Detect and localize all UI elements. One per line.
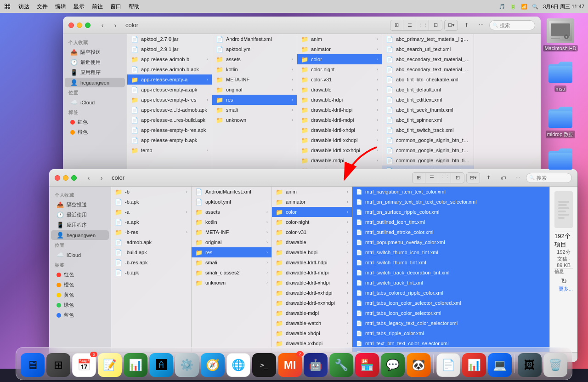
menu-go[interactable]: 前往 <box>92 3 103 11</box>
dock-vscode[interactable]: 💻 <box>488 353 512 377</box>
dock-settings[interactable]: ⚙️ <box>175 353 199 377</box>
list-item[interactable]: 📁drawable-xhdpi› <box>272 328 352 338</box>
list-item-mtrl-on-surface[interactable]: 📄mtrl_on_surface_ripple_color.xml <box>352 207 549 217</box>
list-item[interactable]: 📁original› <box>212 85 297 95</box>
dock-numbers[interactable]: 📊 <box>124 353 147 377</box>
dock-keynote[interactable]: 📊 <box>462 353 486 377</box>
list-item[interactable]: 📁animator› <box>272 197 352 207</box>
list-item[interactable]: 📄app-release-e...ld-admob.apk <box>127 105 212 115</box>
list-item[interactable]: 📄-build.apk <box>111 247 191 257</box>
list-item[interactable]: 📄apktool.yml <box>212 44 297 54</box>
column-view-btn[interactable]: ⋮⋮ <box>416 20 429 30</box>
list-item-res-selected[interactable]: 📁res› <box>192 247 271 257</box>
list-item[interactable]: 📁META-INF› <box>212 74 297 85</box>
list-item[interactable]: 📁temp› <box>127 145 212 155</box>
list-item-selected[interactable]: 📁app-release-empty-a› <box>127 74 212 85</box>
gallery-view-btn[interactable]: ⊡ <box>429 20 442 30</box>
list-item[interactable]: 📁drawable-ldrtl-hdpi› <box>272 257 352 268</box>
list-item[interactable]: 📁drawable-ldrtl-mdpi› <box>297 115 382 125</box>
back-button-1[interactable]: ‹ <box>97 20 108 31</box>
list-item[interactable]: 📁drawable-watch› <box>272 318 352 328</box>
list-item-unknown[interactable]: 📁unknown› <box>192 278 271 288</box>
dock-adb[interactable]: 🔧 <box>329 353 353 377</box>
list-item[interactable]: 📁smali_classes2› <box>192 268 271 278</box>
w2-sidebar-item-icloud[interactable]: ☁️ iCloud <box>51 250 109 260</box>
menu-view[interactable]: 显示 <box>74 3 85 11</box>
desktop-icon-extra[interactable] <box>542 148 579 171</box>
list-item[interactable]: 📁anim› <box>297 34 382 44</box>
list-item[interactable]: 📄abc_tint_edittext.xml <box>382 95 474 105</box>
list-item[interactable]: 📁drawable-ldrtl-xhdpi› <box>272 278 352 288</box>
menu-window[interactable]: 窗口 <box>110 3 121 11</box>
list-item-mtrl-popupmenu[interactable]: 📄mtrl_popupmenu_overlay_color.xml <box>352 237 549 247</box>
desktop-icon-macintosh-hd[interactable]: Macintosh HD <box>542 18 579 51</box>
list-item[interactable]: 📁drawable-ldrtl-xhdpi› <box>297 125 382 135</box>
maximize-button-2[interactable] <box>71 175 77 181</box>
action-btn[interactable]: ⋯ <box>475 20 487 30</box>
dock-chrome[interactable]: 🌐 <box>226 353 250 377</box>
dock-android-studio[interactable]: 🤖 <box>304 353 328 377</box>
list-item[interactable]: 📁drawable-ldrtl-xxxhdpi› <box>272 298 352 308</box>
list-item-mtrl-outlined-icon[interactable]: 📄mtrl_outlined_icon_tint.xml <box>352 217 549 227</box>
list-item[interactable]: 📄common_google_signin_btn_tint.xml <box>382 155 474 165</box>
search-input-2[interactable] <box>526 173 572 183</box>
list-item[interactable]: 📄common_google_signin_btn_text_light.xml <box>382 145 474 155</box>
sidebar-item-apps[interactable]: 📱 应用程序 <box>65 68 125 77</box>
list-item[interactable]: 📁drawable-hdpi› <box>272 247 352 257</box>
list-item-mtrl-tabs-icon[interactable]: 📄mtrl_tabs_icon_color_selector.xml <box>352 308 549 318</box>
dock-trash[interactable]: 🗑️ <box>543 353 567 377</box>
w2-sidebar-item-user[interactable]: 👤 heguangwen <box>51 230 109 240</box>
list-item[interactable]: 📁drawable-ldrtl-mdpi› <box>272 268 352 278</box>
sidebar-item-airdrop[interactable]: 📤 隔空投送 <box>65 47 125 57</box>
dock-notes[interactable]: 📝 <box>98 353 122 377</box>
list-item[interactable]: 📁color-night› <box>297 64 382 74</box>
dock-textedit[interactable]: 📄 <box>436 353 460 377</box>
menu-help[interactable]: 帮助 <box>129 3 140 11</box>
list-item[interactable]: 📄abc_secondary_text_material_light.xml <box>382 64 474 74</box>
w2-sidebar-item-red[interactable]: 红色 <box>51 270 109 279</box>
list-item[interactable]: 📄apktool_2.7.0.jar <box>127 34 212 44</box>
list-item[interactable]: 📁drawable-hdpi› <box>297 95 382 105</box>
list-item-mtrl-switch-track-deco[interactable]: 📄mtrl_switch_track_decoration_tint.xml <box>352 268 549 278</box>
close-button-2[interactable] <box>55 175 60 181</box>
list-item[interactable]: 📁smali› <box>192 257 271 268</box>
list-item[interactable]: 📄apktool_2.9.1.jar <box>127 44 212 54</box>
list-item-mtrl-switch-thumb[interactable]: 📄mtrl_switch_thumb_tint.xml <box>352 257 549 268</box>
list-item[interactable]: 📁kotlin› <box>212 64 297 74</box>
close-button-1[interactable] <box>68 23 74 28</box>
menu-file[interactable]: 文件 <box>37 3 48 11</box>
search-input-1[interactable] <box>489 20 535 30</box>
list-item-mtrl-switch-thumb-icon[interactable]: 📄mtrl_switch_thumb_icon_tint.xml <box>352 247 549 257</box>
list-item[interactable]: 📁color-v31› <box>272 227 352 237</box>
dock-red-app[interactable]: 🏪 <box>355 353 379 377</box>
menu-edit[interactable]: 编辑 <box>55 3 66 11</box>
w2-sidebar-item-recent[interactable]: 🕐 最近使用 <box>51 210 109 220</box>
list-item[interactable]: 📁drawable-mdpi› <box>297 155 382 165</box>
menubar-search[interactable]: 🔍 <box>532 4 538 10</box>
desktop-icon-msa[interactable]: msa <box>542 61 579 92</box>
list-view-btn[interactable]: ☰ <box>403 20 416 30</box>
list-item[interactable]: 📄-admob.apk <box>111 237 191 247</box>
dock-bear[interactable]: 🐼 <box>407 353 430 377</box>
w2-sidebar-item-green[interactable]: 绿色 <box>51 300 109 310</box>
forward-button-2[interactable]: › <box>96 172 107 183</box>
list-item-mtrl-switch-track[interactable]: 📄mtrl_switch_track_tint.xml <box>352 278 549 288</box>
list-item[interactable]: 📁animator› <box>297 44 382 54</box>
dock-photos[interactable]: 🖼 <box>518 353 542 377</box>
list-item-mtrl-outlined-stroke[interactable]: 📄mtrl_outlined_stroke_color.xml <box>352 227 549 237</box>
dock-finder[interactable]: 🖥 <box>21 353 45 377</box>
list-item[interactable]: 📁drawable-ldrtl-xxxhdpi› <box>297 145 382 155</box>
list-item-mtrl-on-primary[interactable]: 📄mtrl_on_primary_text_btn_text_color_sel… <box>352 197 549 207</box>
list-item[interactable]: 📁drawable› <box>272 237 352 247</box>
column-view-btn-2[interactable]: ⋮⋮ <box>438 173 451 183</box>
list-item-color-selected[interactable]: 📁color› <box>297 54 382 64</box>
minimize-button-1[interactable] <box>77 23 82 28</box>
list-item-color-sel[interactable]: 📁color› <box>272 207 352 217</box>
list-view-btn-2[interactable]: ☰ <box>425 173 438 183</box>
list-item[interactable]: 📁color-v31› <box>297 74 382 85</box>
arrange-btn[interactable]: ⊞▾ <box>445 20 458 30</box>
list-item-mtrl-tabs-ripple[interactable]: 📄mtrl_tabs_ripple_color.xml <box>352 328 549 338</box>
apple-menu[interactable]: ⌘ <box>4 2 11 11</box>
sidebar-item-icloud[interactable]: ☁️ iCloud <box>65 97 125 107</box>
list-item[interactable]: 📁anim› <box>272 187 352 197</box>
